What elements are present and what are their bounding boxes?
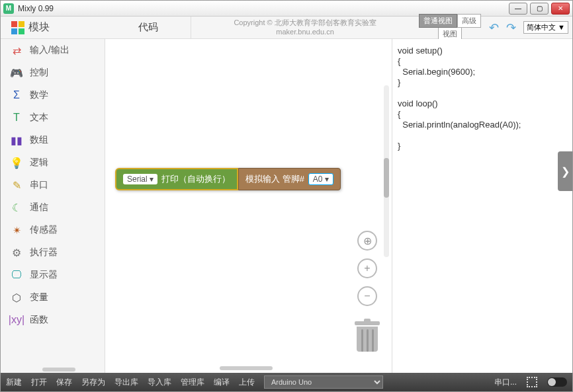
category-icon: ☾ bbox=[10, 201, 23, 214]
category-label: 执行器 bbox=[30, 247, 58, 258]
open-button[interactable]: 打开 bbox=[31, 377, 47, 388]
serial-print-label: 打印（自动换行） bbox=[161, 173, 230, 185]
upload-button[interactable]: 上传 bbox=[239, 377, 255, 388]
category-4[interactable]: ▮▮数组 bbox=[1, 129, 105, 151]
category-label: 函数 bbox=[30, 314, 48, 326]
category-6[interactable]: ✎串口 bbox=[1, 174, 105, 196]
center-button[interactable]: ⊕ bbox=[357, 231, 377, 251]
serial-button[interactable]: 串口... bbox=[494, 377, 517, 388]
bottombar: 新建 打开 保存 另存为 导出库 导入库 管理库 编译 上传 Arduino U… bbox=[1, 373, 572, 391]
category-2[interactable]: Σ数学 bbox=[1, 84, 105, 106]
category-icon: ✎ bbox=[10, 178, 23, 192]
app-icon: M bbox=[3, 3, 14, 14]
category-icon: 💡 bbox=[10, 156, 23, 169]
category-icon: Σ bbox=[10, 89, 23, 102]
modules-label: 模块 bbox=[28, 20, 50, 34]
zoom-in-button[interactable]: + bbox=[357, 258, 377, 278]
language-select[interactable]: 简体中文 ▼ bbox=[523, 21, 568, 34]
window-title: Mixly 0.99 bbox=[18, 4, 509, 13]
board-select[interactable]: Arduino Uno bbox=[264, 375, 383, 389]
zoom-out-button[interactable]: − bbox=[357, 286, 377, 306]
category-3[interactable]: T文本 bbox=[1, 106, 105, 129]
analog-read-label: 模拟输入 管脚# bbox=[245, 173, 304, 185]
block-canvas[interactable]: Serial ▾ 打印（自动换行） 模拟输入 管脚# A0 ▾ ⊕ + − bbox=[105, 39, 392, 373]
category-icon: ▮▮ bbox=[10, 134, 23, 147]
tab-code[interactable]: 代码 bbox=[105, 17, 191, 38]
category-icon: 🎮 bbox=[10, 66, 23, 79]
canvas-controls: ⊕ + − bbox=[357, 231, 377, 306]
view-advanced-button[interactable]: 高级 bbox=[457, 14, 481, 28]
category-label: 文本 bbox=[30, 112, 48, 124]
category-10[interactable]: 🖵显示器 bbox=[1, 264, 105, 286]
chip-icon[interactable] bbox=[526, 376, 538, 388]
puzzle-icon bbox=[11, 21, 24, 34]
redo-button[interactable]: ↷ bbox=[504, 20, 518, 35]
sidebar: ⇄输入/输出🎮控制Σ数学T文本▮▮数组💡逻辑✎串口☾通信✴传感器⚙执行器🖵显示器… bbox=[1, 39, 105, 373]
category-label: 数组 bbox=[30, 134, 48, 146]
close-button[interactable]: ✕ bbox=[551, 3, 570, 15]
modules-header: 模块 bbox=[1, 20, 105, 34]
category-11[interactable]: ⬡变量 bbox=[1, 286, 105, 309]
maximize-button[interactable]: ▢ bbox=[530, 3, 549, 15]
exportlib-button[interactable]: 导出库 bbox=[114, 377, 138, 388]
toolbar: 模块 代码 Copyright © 北师大教育学部创客教育实验室 maker.b… bbox=[1, 17, 572, 39]
category-label: 逻辑 bbox=[30, 157, 48, 169]
category-12[interactable]: |xy|函数 bbox=[1, 309, 105, 331]
minimize-button[interactable]: — bbox=[509, 3, 527, 15]
category-icon: ⚙ bbox=[10, 246, 23, 259]
pin-dropdown[interactable]: A0 ▾ bbox=[308, 173, 333, 185]
serial-dropdown[interactable]: Serial ▾ bbox=[123, 174, 157, 184]
horizontal-scrollbar[interactable] bbox=[220, 366, 273, 370]
managelib-button[interactable]: 管理库 bbox=[181, 377, 204, 388]
titlebar: M Mixly 0.99 — ▢ ✕ bbox=[1, 1, 572, 17]
category-icon: |xy| bbox=[10, 313, 23, 327]
category-label: 通信 bbox=[30, 202, 48, 214]
category-9[interactable]: ⚙执行器 bbox=[1, 241, 105, 264]
category-label: 输入/输出 bbox=[30, 44, 69, 56]
main: ⇄输入/输出🎮控制Σ数学T文本▮▮数组💡逻辑✎串口☾通信✴传感器⚙执行器🖵显示器… bbox=[1, 39, 572, 373]
category-icon: T bbox=[10, 111, 23, 124]
category-label: 传感器 bbox=[30, 224, 58, 236]
category-icon: ✴ bbox=[10, 223, 23, 237]
window-controls: — ▢ ✕ bbox=[509, 3, 570, 15]
block-group[interactable]: Serial ▾ 打印（自动换行） 模拟输入 管脚# A0 ▾ bbox=[115, 168, 341, 190]
compile-button[interactable]: 编译 bbox=[214, 377, 230, 388]
category-7[interactable]: ☾通信 bbox=[1, 196, 105, 219]
collapse-code-button[interactable]: ❯ bbox=[558, 151, 572, 191]
category-icon: ⬡ bbox=[10, 291, 23, 304]
category-1[interactable]: 🎮控制 bbox=[1, 61, 105, 84]
category-label: 数学 bbox=[30, 89, 48, 101]
category-0[interactable]: ⇄输入/输出 bbox=[1, 39, 105, 61]
view-toggle: 普通视图 高级 视图 bbox=[419, 14, 481, 41]
save-button[interactable]: 保存 bbox=[56, 377, 72, 388]
category-label: 串口 bbox=[30, 179, 48, 191]
trash-icon[interactable] bbox=[355, 321, 380, 353]
importlib-button[interactable]: 导入库 bbox=[148, 377, 171, 388]
category-8[interactable]: ✴传感器 bbox=[1, 219, 105, 241]
new-button[interactable]: 新建 bbox=[6, 377, 22, 388]
saveas-button[interactable]: 另存为 bbox=[81, 377, 105, 388]
generated-code: void setup() { Serial.begin(9600); } voi… bbox=[398, 46, 521, 151]
undo-button[interactable]: ↶ bbox=[486, 20, 501, 35]
toggle-switch[interactable] bbox=[547, 377, 567, 387]
undo-redo: ↶ ↷ bbox=[486, 20, 518, 35]
view-normal-button[interactable]: 普通视图 bbox=[419, 14, 457, 28]
category-icon: ⇄ bbox=[10, 44, 23, 57]
copyright: Copyright © 北师大教育学部创客教育实验室 maker.bnu.edu… bbox=[191, 19, 419, 36]
category-label: 控制 bbox=[30, 67, 48, 79]
category-label: 显示器 bbox=[30, 269, 58, 281]
category-5[interactable]: 💡逻辑 bbox=[1, 151, 105, 174]
code-pane: void setup() { Serial.begin(9600); } voi… bbox=[392, 39, 572, 373]
category-label: 变量 bbox=[30, 292, 48, 303]
vertical-scrollbar[interactable] bbox=[384, 85, 389, 257]
block-analog-read[interactable]: 模拟输入 管脚# A0 ▾ bbox=[238, 168, 341, 190]
category-icon: 🖵 bbox=[10, 268, 23, 282]
block-serial-print[interactable]: Serial ▾ 打印（自动换行） bbox=[115, 168, 238, 190]
